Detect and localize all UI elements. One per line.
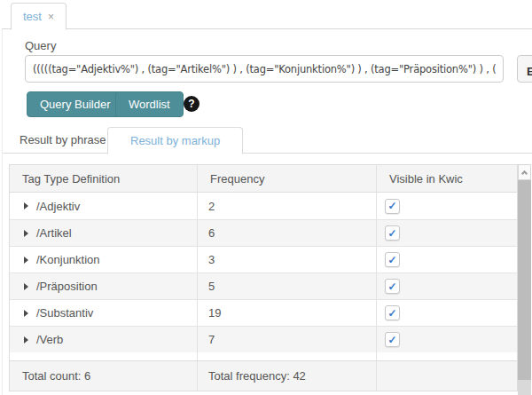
- expand-icon[interactable]: [24, 336, 28, 344]
- check-icon: ✓: [387, 335, 396, 345]
- check-icon: ✓: [387, 255, 396, 265]
- tab-test[interactable]: test×: [11, 3, 66, 30]
- frequency-value: 7: [198, 327, 377, 352]
- panel-border: [2, 29, 3, 395]
- table-row[interactable]: /Artikel 6 ✓: [10, 219, 517, 246]
- check-icon: ✓: [387, 228, 396, 239]
- column-header-tag-type: Tag Type Definition: [10, 165, 198, 192]
- close-icon[interactable]: ×: [48, 11, 54, 23]
- column-header-frequency: Frequency: [198, 165, 377, 192]
- tag-type-label: /Adjektiv: [36, 200, 80, 213]
- scrollbar-thumb[interactable]: [518, 180, 531, 380]
- visible-in-kwic-checkbox[interactable]: ✓: [385, 305, 400, 320]
- visible-in-kwic-checkbox[interactable]: ✓: [385, 252, 400, 267]
- check-icon: ✓: [387, 281, 396, 292]
- query-label: Query: [25, 39, 56, 52]
- frequency-value: 2: [198, 193, 377, 219]
- visible-in-kwic-checkbox[interactable]: ✓: [385, 199, 400, 214]
- tab-result-by-markup[interactable]: Result by markup: [107, 127, 243, 154]
- chevron-up-icon: [521, 170, 528, 177]
- table-row[interactable]: /Konjunktion 3 ✓: [10, 246, 517, 273]
- check-icon: ✓: [387, 308, 396, 319]
- total-frequency: Total frequency: 42: [198, 361, 377, 391]
- tag-type-label: /Präposition: [36, 280, 98, 293]
- table-row[interactable]: /Präposition 5 ✓: [10, 273, 517, 299]
- table-header-row: Tag Type Definition Frequency Visible in…: [10, 165, 517, 193]
- markup-result-table: Tag Type Definition Frequency Visible in…: [9, 164, 518, 391]
- expand-icon[interactable]: [24, 202, 28, 209]
- tag-type-label: /Verb: [36, 333, 63, 346]
- expand-icon[interactable]: [24, 310, 28, 317]
- frequency-value: 19: [198, 300, 377, 326]
- table-body: /Adjektiv 2 ✓ /Artikel 6 ✓ /Konjunktion …: [10, 193, 517, 352]
- visible-in-kwic-checkbox[interactable]: ✓: [385, 225, 400, 241]
- total-count: Total count: 6: [10, 361, 198, 391]
- help-icon[interactable]: ?: [184, 96, 200, 112]
- tab-result-by-phrase[interactable]: Result by phrase: [16, 127, 110, 154]
- tag-type-label: /Substantiv: [36, 306, 93, 320]
- table-footer-row: Total count: 6 Total frequency: 42: [10, 360, 517, 391]
- column-header-visible-in-kwic: Visible in Kwic: [377, 165, 517, 192]
- document-tab-bar: test×: [2, 3, 532, 29]
- query-input[interactable]: [25, 55, 504, 83]
- table-empty-area: [10, 352, 517, 360]
- wordlist-button[interactable]: Wordlist: [115, 91, 184, 117]
- tab-test-label: test: [23, 10, 42, 23]
- expand-icon[interactable]: [24, 257, 28, 264]
- expand-icon[interactable]: [24, 230, 28, 237]
- table-row[interactable]: /Adjektiv 2 ✓: [10, 193, 517, 219]
- frequency-value: 6: [198, 220, 377, 246]
- visible-in-kwic-checkbox[interactable]: ✓: [385, 332, 400, 347]
- expand-icon[interactable]: [24, 283, 28, 290]
- query-builder-button[interactable]: Query Builder: [27, 91, 123, 117]
- app-window: test× Query E Query Builder Wordlist ? R…: [0, 0, 532, 395]
- frequency-value: 5: [198, 273, 377, 299]
- table-row[interactable]: /Verb 7 ✓: [10, 326, 517, 352]
- scroll-up-button[interactable]: [518, 164, 531, 180]
- result-tab-bar: Result by phrase Result by markup: [3, 127, 532, 154]
- visible-in-kwic-checkbox[interactable]: ✓: [385, 279, 400, 294]
- check-icon: ✓: [387, 201, 396, 211]
- tag-type-label: /Konjunktion: [36, 253, 100, 266]
- search-button[interactable]: E: [517, 55, 532, 83]
- table-row[interactable]: /Substantiv 19 ✓: [10, 299, 517, 326]
- vertical-scrollbar[interactable]: [518, 164, 531, 395]
- tag-type-label: /Artikel: [36, 226, 72, 240]
- frequency-value: 3: [198, 247, 377, 273]
